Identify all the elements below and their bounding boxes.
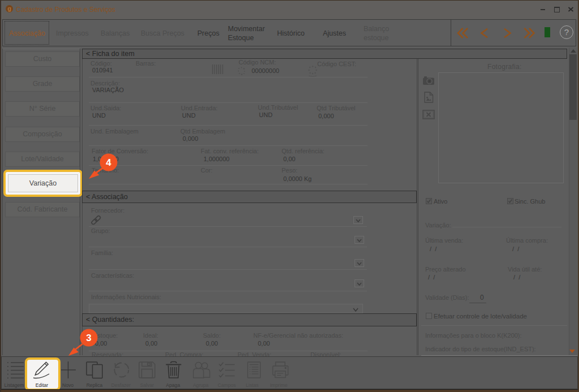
- svg-text:3: 3: [86, 333, 91, 343]
